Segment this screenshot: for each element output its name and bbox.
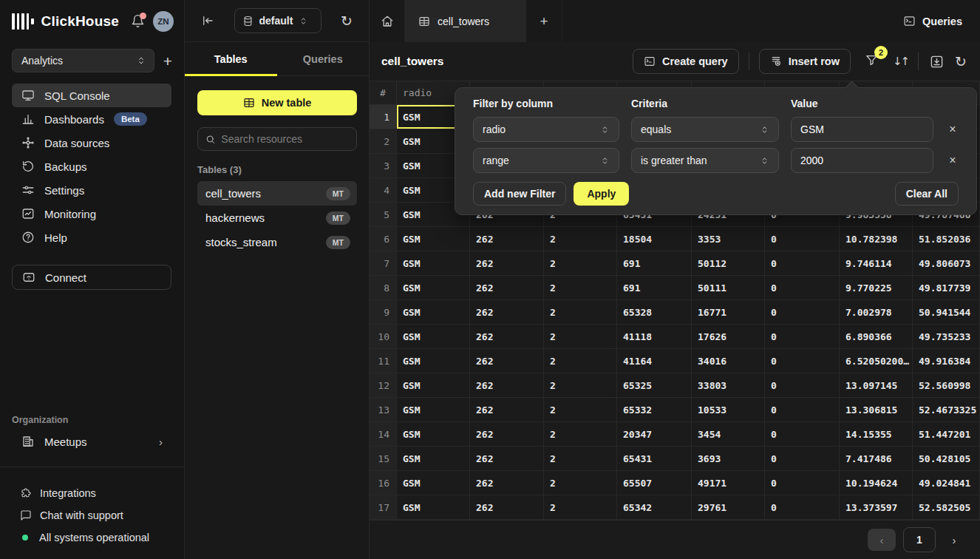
data-cell[interactable]: 0 xyxy=(765,373,840,398)
data-cell[interactable]: 2 xyxy=(544,373,617,398)
data-cell[interactable]: 65328 xyxy=(617,300,692,325)
sidebar-item-settings[interactable]: Settings xyxy=(12,178,171,202)
radio-cell[interactable]: GSM xyxy=(397,251,470,276)
next-page-button[interactable]: › xyxy=(943,529,965,551)
data-cell[interactable]: 20347 xyxy=(617,422,692,447)
data-cell[interactable]: 65507 xyxy=(617,471,692,495)
insert-row-button[interactable]: Insert row xyxy=(759,49,851,74)
table-list-item-cell-towers[interactable]: cell_towers MT xyxy=(197,181,357,206)
data-cell[interactable]: 13.306815 xyxy=(840,398,913,422)
sidebar-item-sql-console[interactable]: SQL Console xyxy=(12,84,171,107)
data-cell[interactable]: 51.852036 xyxy=(913,227,980,251)
data-cell[interactable]: 65342 xyxy=(617,495,692,520)
data-cell[interactable]: 0 xyxy=(765,471,840,495)
radio-cell[interactable]: GSM xyxy=(397,300,470,325)
queries-button[interactable]: Queries xyxy=(885,0,980,42)
home-tab[interactable] xyxy=(370,0,405,42)
data-cell[interactable]: 262 xyxy=(470,349,544,373)
data-cell[interactable]: 10.782398 xyxy=(840,227,913,251)
radio-cell[interactable]: GSM xyxy=(397,276,470,300)
data-cell[interactable]: 2 xyxy=(544,325,617,349)
data-cell[interactable]: 262 xyxy=(470,398,544,422)
filter-value-input-1[interactable] xyxy=(791,117,933,142)
data-cell[interactable]: 2 xyxy=(544,447,617,471)
radio-cell[interactable]: GSM xyxy=(397,422,470,447)
data-cell[interactable]: 262 xyxy=(470,251,544,276)
radio-cell[interactable]: GSM xyxy=(397,373,470,398)
refresh-data-button[interactable]: ↻ xyxy=(955,53,967,70)
sidebar-item-backups[interactable]: Backups xyxy=(12,155,171,178)
data-cell[interactable]: 49.916384 xyxy=(913,349,980,373)
data-cell[interactable]: 2 xyxy=(544,251,617,276)
data-cell[interactable]: 262 xyxy=(470,373,544,398)
integrations-link[interactable]: Integrations xyxy=(0,482,184,504)
refresh-tables-button[interactable]: ↻ xyxy=(339,11,354,30)
data-cell[interactable]: 50112 xyxy=(692,251,765,276)
data-cell[interactable]: 0 xyxy=(765,251,840,276)
data-cell[interactable]: 0 xyxy=(765,276,840,300)
data-cell[interactable]: 29761 xyxy=(692,495,765,520)
data-cell[interactable]: 0 xyxy=(765,349,840,373)
data-cell[interactable]: 262 xyxy=(470,447,544,471)
database-select[interactable]: default xyxy=(234,8,321,33)
previous-page-button[interactable]: ‹ xyxy=(868,529,896,551)
data-cell[interactable]: 2 xyxy=(544,495,617,520)
radio-cell[interactable]: GSM xyxy=(397,349,470,373)
clear-all-filters-button[interactable]: Clear All xyxy=(895,182,959,206)
data-cell[interactable]: 2 xyxy=(544,349,617,373)
data-cell[interactable]: 50.941544 xyxy=(913,300,980,325)
data-cell[interactable]: 262 xyxy=(470,325,544,349)
sidebar-item-dashboards[interactable]: Dashboards Beta xyxy=(12,107,171,131)
data-cell[interactable]: 17626 xyxy=(692,325,765,349)
data-cell[interactable]: 49.806073 xyxy=(913,251,980,276)
apply-filters-button[interactable]: Apply xyxy=(574,182,629,206)
data-cell[interactable]: 262 xyxy=(470,422,544,447)
download-button[interactable] xyxy=(928,53,945,70)
add-workspace-button[interactable]: + xyxy=(163,53,172,69)
remove-filter-button-2[interactable]: × xyxy=(945,154,960,167)
filter-criteria-select-2[interactable]: is greater than xyxy=(631,148,779,173)
table-list-item-hackernews[interactable]: hackernews MT xyxy=(197,206,357,230)
sidebar-item-meetups[interactable]: Meetups › xyxy=(12,430,171,453)
data-cell[interactable]: 3454 xyxy=(692,422,765,447)
collapse-panel-button[interactable] xyxy=(200,13,216,29)
data-cell[interactable]: 262 xyxy=(470,471,544,495)
connect-button[interactable]: Connect xyxy=(12,265,171,290)
tab-queries[interactable]: Queries xyxy=(277,42,370,75)
add-new-filter-button[interactable]: Add new Filter xyxy=(473,182,566,206)
data-cell[interactable]: 10533 xyxy=(692,398,765,422)
data-cell[interactable]: 41118 xyxy=(617,325,692,349)
data-cell[interactable]: 691 xyxy=(617,251,692,276)
filter-column-select-2[interactable]: range xyxy=(473,148,619,173)
data-cell[interactable]: 51.447201 xyxy=(913,422,980,447)
data-cell[interactable]: 50.428105 xyxy=(913,447,980,471)
data-cell[interactable]: 33803 xyxy=(692,373,765,398)
data-cell[interactable]: 262 xyxy=(470,495,544,520)
data-cell[interactable]: 52.4673325 xyxy=(913,398,980,422)
data-cell[interactable]: 65332 xyxy=(617,398,692,422)
radio-cell[interactable]: GSM xyxy=(397,227,470,251)
create-query-button[interactable]: Create query xyxy=(633,49,739,74)
data-cell[interactable]: 7.417486 xyxy=(840,447,913,471)
notifications-bell-icon[interactable] xyxy=(131,14,146,29)
data-cell[interactable]: 14.15355 xyxy=(840,422,913,447)
data-cell[interactable]: 691 xyxy=(617,276,692,300)
data-cell[interactable]: 16771 xyxy=(692,300,765,325)
data-cell[interactable]: 262 xyxy=(470,227,544,251)
data-cell[interactable]: 65431 xyxy=(617,447,692,471)
data-cell[interactable]: 7.002978 xyxy=(840,300,913,325)
sidebar-item-monitoring[interactable]: Monitoring xyxy=(12,202,171,226)
avatar[interactable]: ZN xyxy=(153,11,174,32)
radio-cell[interactable]: GSM xyxy=(397,398,470,422)
chat-support-link[interactable]: Chat with support xyxy=(0,504,184,526)
filter-button[interactable]: 2 xyxy=(860,50,883,73)
sidebar-item-data-sources[interactable]: Data sources xyxy=(12,131,171,155)
data-cell[interactable]: 49.817739 xyxy=(913,276,980,300)
data-cell[interactable]: 41164 xyxy=(617,349,692,373)
data-cell[interactable]: 49.024841 xyxy=(913,471,980,495)
data-cell[interactable]: 2 xyxy=(544,422,617,447)
radio-cell[interactable]: GSM xyxy=(397,325,470,349)
data-cell[interactable]: 52.582505 xyxy=(913,495,980,520)
data-cell[interactable]: 13.097145 xyxy=(840,373,913,398)
data-cell[interactable]: 2 xyxy=(544,227,617,251)
